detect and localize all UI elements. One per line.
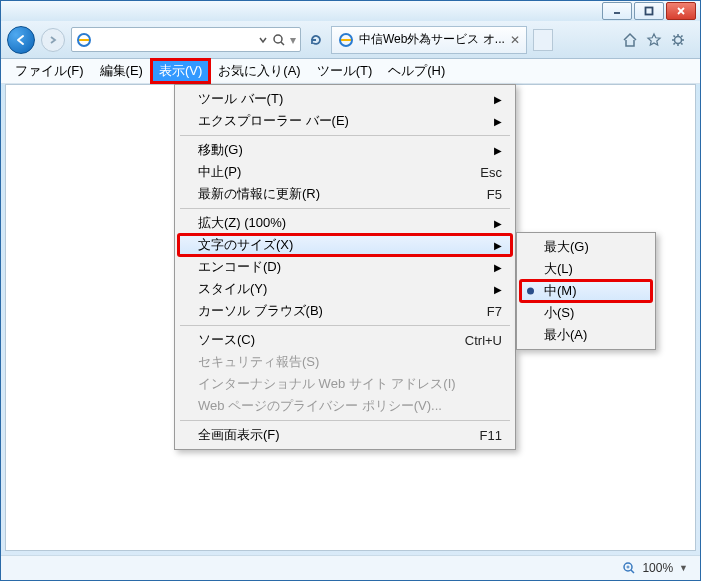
zoom-icon[interactable] bbox=[622, 561, 636, 575]
menu-help[interactable]: ヘルプ(H) bbox=[380, 59, 453, 83]
toolbar-right bbox=[622, 32, 694, 48]
refresh-button[interactable] bbox=[307, 31, 325, 49]
svg-line-6 bbox=[281, 42, 284, 45]
view-menu-dropdown: ツール バー(T)▶ エクスプローラー バー(E)▶ 移動(G)▶ 中止(P)E… bbox=[174, 84, 516, 450]
menu-item-goto[interactable]: 移動(G)▶ bbox=[178, 139, 512, 161]
menu-separator bbox=[180, 420, 510, 421]
submenu-arrow-icon: ▶ bbox=[494, 240, 502, 251]
zoom-level[interactable]: 100% bbox=[642, 561, 673, 575]
menu-item-stop[interactable]: 中止(P)Esc bbox=[178, 161, 512, 183]
text-size-smallest[interactable]: 最小(A) bbox=[520, 324, 652, 346]
address-bar: ▾ 中信Web外為サービス オ... ✕ bbox=[1, 21, 700, 59]
menu-item-toolbars[interactable]: ツール バー(T)▶ bbox=[178, 88, 512, 110]
menu-item-encoding[interactable]: エンコード(D)▶ bbox=[178, 256, 512, 278]
menu-item-privacy-policy: Web ページのプライバシー ポリシー(V)... bbox=[178, 395, 512, 417]
text-size-largest[interactable]: 最大(G) bbox=[520, 236, 652, 258]
zoom-dropdown-icon[interactable]: ▼ bbox=[679, 563, 688, 573]
text-size-submenu: 最大(G) 大(L) 中(M) 小(S) 最小(A) bbox=[516, 232, 656, 350]
search-dropdown-icon[interactable]: ▾ bbox=[290, 33, 296, 47]
submenu-arrow-icon: ▶ bbox=[494, 94, 502, 105]
back-button[interactable] bbox=[7, 26, 35, 54]
submenu-arrow-icon: ▶ bbox=[494, 262, 502, 273]
minimize-button[interactable] bbox=[602, 2, 632, 20]
text-size-medium[interactable]: 中(M) bbox=[520, 280, 652, 302]
menu-separator bbox=[180, 325, 510, 326]
menu-item-intl-address: インターナショナル Web サイト アドレス(I) bbox=[178, 373, 512, 395]
menu-item-style[interactable]: スタイル(Y)▶ bbox=[178, 278, 512, 300]
menu-item-zoom[interactable]: 拡大(Z) (100%)▶ bbox=[178, 212, 512, 234]
menu-separator bbox=[180, 208, 510, 209]
svg-rect-1 bbox=[646, 8, 653, 15]
menu-item-security-report: セキュリティ報告(S) bbox=[178, 351, 512, 373]
window-titlebar bbox=[1, 1, 700, 21]
svg-point-5 bbox=[274, 35, 282, 43]
url-field[interactable]: ▾ bbox=[71, 27, 301, 52]
home-icon[interactable] bbox=[622, 32, 638, 48]
search-icon[interactable] bbox=[272, 33, 286, 47]
menu-tools[interactable]: ツール(T) bbox=[309, 59, 381, 83]
maximize-button[interactable] bbox=[634, 2, 664, 20]
menu-item-source[interactable]: ソース(C)Ctrl+U bbox=[178, 329, 512, 351]
menu-item-explorer-bars[interactable]: エクスプローラー バー(E)▶ bbox=[178, 110, 512, 132]
tools-icon[interactable] bbox=[670, 32, 686, 48]
ie-logo-icon bbox=[76, 32, 92, 48]
svg-point-8 bbox=[675, 36, 682, 43]
favorites-icon[interactable] bbox=[646, 32, 662, 48]
menubar: ファイル(F) 編集(E) 表示(V) お気に入り(A) ツール(T) ヘルプ(… bbox=[1, 59, 700, 84]
radio-checked-icon bbox=[527, 288, 534, 295]
tab-close-icon[interactable]: ✕ bbox=[510, 33, 520, 47]
submenu-arrow-icon: ▶ bbox=[494, 284, 502, 295]
menu-edit[interactable]: 編集(E) bbox=[92, 59, 151, 83]
text-size-large[interactable]: 大(L) bbox=[520, 258, 652, 280]
browser-tab[interactable]: 中信Web外為サービス オ... ✕ bbox=[331, 26, 527, 54]
menu-view[interactable]: 表示(V) bbox=[151, 59, 210, 83]
menu-item-refresh[interactable]: 最新の情報に更新(R)F5 bbox=[178, 183, 512, 205]
url-dropdown-icon[interactable] bbox=[258, 35, 268, 45]
text-size-small[interactable]: 小(S) bbox=[520, 302, 652, 324]
tab-title: 中信Web外為サービス オ... bbox=[359, 31, 505, 48]
svg-line-10 bbox=[631, 570, 634, 573]
menu-item-caret-browse[interactable]: カーソル ブラウズ(B)F7 bbox=[178, 300, 512, 322]
menu-item-text-size[interactable]: 文字のサイズ(X)▶ bbox=[178, 234, 512, 256]
submenu-arrow-icon: ▶ bbox=[494, 218, 502, 229]
close-button[interactable] bbox=[666, 2, 696, 20]
submenu-arrow-icon: ▶ bbox=[494, 145, 502, 156]
menu-file[interactable]: ファイル(F) bbox=[7, 59, 92, 83]
ie-logo-icon bbox=[338, 32, 354, 48]
status-bar: 100% ▼ bbox=[1, 555, 700, 580]
submenu-arrow-icon: ▶ bbox=[494, 116, 502, 127]
menu-favorites[interactable]: お気に入り(A) bbox=[210, 59, 308, 83]
new-tab-button[interactable] bbox=[533, 29, 553, 51]
forward-button[interactable] bbox=[41, 28, 65, 52]
menu-separator bbox=[180, 135, 510, 136]
menu-item-fullscreen[interactable]: 全画面表示(F)F11 bbox=[178, 424, 512, 446]
